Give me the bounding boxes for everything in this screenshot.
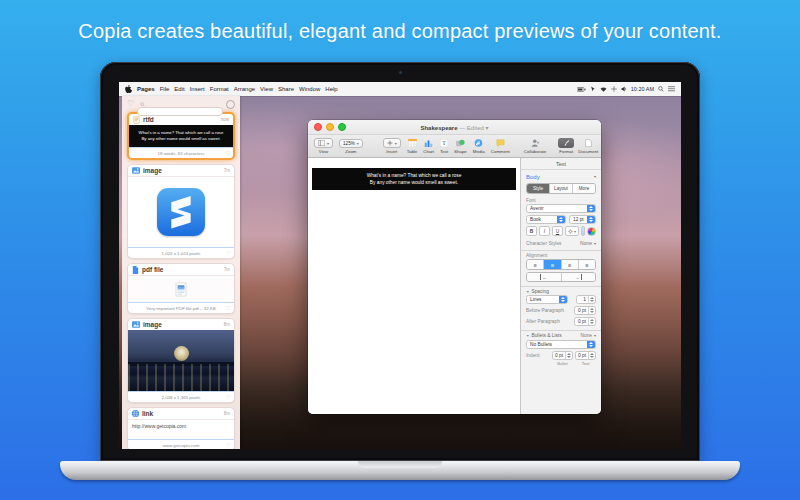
sync-status-icon[interactable] [226,100,235,109]
favorite-heart-icon[interactable]: ♡ [225,150,230,156]
favorite-heart-icon[interactable]: ♡ [226,394,231,400]
view-button[interactable]: ▾ View [314,138,333,154]
align-left-button[interactable]: ≡ [527,260,544,269]
volume-icon[interactable] [621,86,627,92]
spacing-mode-select[interactable]: Lines [526,295,568,304]
favorite-heart-icon[interactable]: ♡ [226,442,231,448]
clipboard-item-rtfd[interactable]: rtfd now What's in a name? That which we… [127,112,235,160]
window-title-bar[interactable]: Shakespeare — Edited ▾ [308,120,601,135]
comment-button[interactable]: Comment [491,138,510,154]
media-icon [474,139,483,147]
svg-text:T: T [442,140,446,146]
menu-item-window[interactable]: Window [299,86,320,92]
selected-text-block[interactable]: What's in a name? That which we call a r… [312,168,516,190]
menu-item-insert[interactable]: Insert [190,86,205,92]
underline-button[interactable]: U [552,226,563,236]
clipboard-item-photo[interactable]: image 8m 2,048 x 1,365 pixels ♡ [127,318,235,403]
favorite-heart-icon[interactable]: ♡ [226,305,231,311]
clipboard-item-link[interactable]: link 8m http://www.getcopia.com www.getc… [127,407,235,449]
menu-bar: Pages File Edit Insert Format Arrange Vi… [119,82,681,96]
tab-style[interactable]: Style [527,184,550,193]
font-family-select[interactable]: Avenir [526,204,596,213]
bullet-style-select[interactable]: No Bullets [526,340,596,349]
favorite-heart-icon[interactable]: ♡ [226,250,231,256]
image-icon [132,321,140,328]
after-paragraph-label: After Paragraph [526,319,560,324]
clipboard-item-image[interactable]: image 7m 1,024 x 1,024 pixels ♡ [127,164,235,259]
zoom-button[interactable]: 125%▾ Zoom [339,138,363,154]
shape-button[interactable]: Shape [454,138,467,154]
align-center-button[interactable]: ≡ [544,260,561,269]
item-timestamp: 8m [224,322,230,327]
format-button[interactable]: Format [558,138,574,154]
edited-status[interactable]: — Edited [459,125,484,131]
before-paragraph-stepper[interactable]: 0 pt [574,306,596,315]
color-wheel-icon[interactable] [587,227,596,236]
favorites-filter-button[interactable]: ♡ [127,100,134,108]
menu-item-format[interactable]: Format [210,86,229,92]
italic-button[interactable]: I [539,226,550,236]
spacing-section-header[interactable]: ▼ Spacing [526,289,596,294]
after-paragraph-stepper[interactable]: 0 pt [574,317,596,326]
battery-icon[interactable] [577,87,586,92]
menu-bar-clock[interactable]: 10:20 AM [631,86,654,92]
document-title: Shakespeare [420,125,457,131]
link-preview-url: http://www.getcopia.com [128,419,234,439]
chart-button[interactable]: Chart [423,138,434,154]
text-button[interactable]: T Text [440,138,448,154]
bullets-value[interactable]: None [581,333,592,338]
text-icon: T [440,139,448,147]
table-button[interactable]: Table [407,138,418,154]
gear-icon [568,229,573,234]
align-right-button[interactable]: ≡ [562,260,579,269]
indent-bullet-column-label: Bullet [552,361,573,366]
stepper-icon [557,216,565,223]
indent-text-stepper[interactable]: 0 pt [575,351,596,360]
clipboard-item-pdf[interactable]: pdf file 7m Very important PDF file.pdf … [127,263,235,314]
align-justify-button[interactable]: ≡ [579,260,595,269]
search-input[interactable] [137,107,223,116]
increase-indent-button[interactable]: → [562,273,596,281]
menu-item-share[interactable]: Share [278,86,294,92]
media-button[interactable]: Media [473,138,485,154]
bullets-section-header[interactable]: ▼ Bullets & Lists None ▾ [526,333,596,338]
paragraph-style-picker[interactable]: Body ▾ [526,170,596,183]
font-size-select[interactable]: 12 pt [569,215,596,224]
menu-item-help[interactable]: Help [325,86,337,92]
document-button[interactable]: Document [578,138,598,154]
input-source-icon[interactable] [590,86,596,92]
indent-bullet-stepper[interactable]: 0 pt [552,351,573,360]
chevron-down-icon: ▾ [594,174,596,179]
tab-layout[interactable]: Layout [550,184,573,193]
tab-more[interactable]: More [573,184,595,193]
item-timestamp: 7m [224,168,230,173]
font-face-select[interactable]: Book [526,215,566,224]
apple-icon[interactable] [125,85,132,94]
menu-item-pages[interactable]: Pages [137,86,155,92]
menu-item-edit[interactable]: Edit [174,86,184,92]
collaborate-button[interactable]: Collaborate [524,138,546,154]
menu-item-file[interactable]: File [160,86,170,92]
item-type-label: image [143,321,162,328]
item-footer-meta: 2,048 x 1,365 pixels [161,395,200,400]
keyboard-brightness-icon[interactable] [611,86,617,92]
character-styles-label: Character Styles [526,241,561,246]
menu-item-arrange[interactable]: Arrange [234,86,255,92]
macos-desktop: Pages File Edit Insert Format Arrange Vi… [119,82,681,449]
shape-icon [456,139,465,147]
character-styles-value[interactable]: None [580,240,592,246]
spacing-value-stepper[interactable]: 1 [576,295,596,304]
decrease-indent-button[interactable]: ← [527,273,562,281]
bold-button[interactable]: B [526,226,537,236]
insert-button[interactable]: ▾ Insert [383,138,401,154]
document-canvas[interactable]: What's in a name? That which we call a r… [308,158,520,414]
menu-item-view[interactable]: View [260,86,273,92]
wifi-icon[interactable] [600,87,607,92]
advanced-options-button[interactable]: ▾ [565,226,579,236]
text-color-well[interactable] [581,226,585,236]
notification-center-icon[interactable] [668,86,675,92]
before-paragraph-label: Before Paragraph [526,308,564,313]
spotlight-search-icon[interactable] [658,86,664,92]
disclosure-triangle-icon: ▼ [526,290,529,294]
format-brush-icon [563,140,570,147]
